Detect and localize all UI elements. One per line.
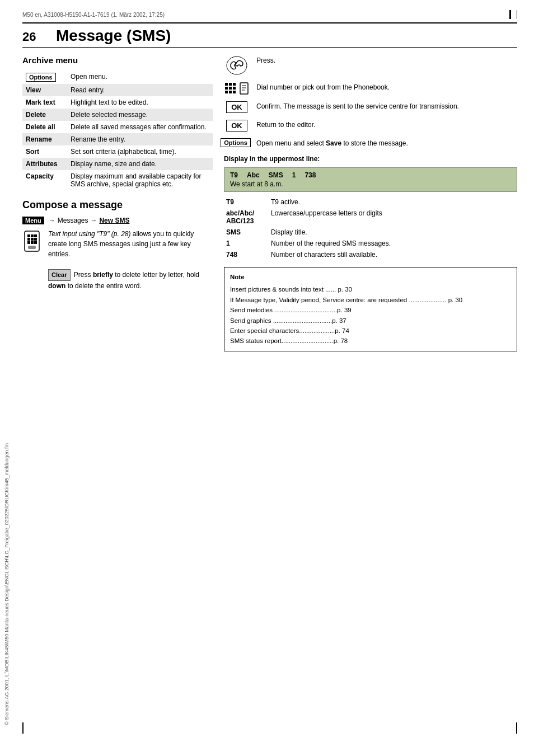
table-cell-label: Capacity (22, 170, 67, 190)
display-num: 1 (292, 171, 296, 179)
table-cell-value: Delete all saved messages after confirma… (67, 121, 213, 133)
meta-line: M50 en, A31008-H5150-A1-1-7619 (1. März … (22, 6, 517, 22)
table-row: T9 T9 active. (224, 196, 517, 208)
table-cell-value: Display title. (269, 227, 517, 238)
table-row: Delete Delete selected message. (22, 109, 213, 121)
t9-text: Text input using "T9" (p. 28) (48, 230, 131, 238)
phonebook-svg (239, 82, 249, 95)
note-line-1: Insert pictures & sounds into text .....… (230, 284, 511, 294)
display-box: T9 Abc SMS 1 738 We start at 8 a.m. (224, 167, 517, 192)
right-item-dial: Dial number or pick out from the Phonebo… (224, 82, 517, 95)
display-chars: 738 (305, 171, 316, 179)
phone-receiver-icon (224, 55, 250, 76)
svg-rect-13 (229, 83, 232, 86)
ok-badge-2: OK (226, 120, 247, 132)
table-cell-label: View (22, 84, 67, 96)
table-cell-value: Delete selected message. (67, 109, 213, 121)
table-cell-label: abc/Abc/ABC/123 (224, 208, 269, 227)
table-cell-value: Set sort criteria (alphabetical, time). (67, 145, 213, 158)
meta-right (509, 10, 518, 19)
note-heading: Note (230, 272, 511, 282)
right-column: Press. (224, 55, 517, 351)
page-title: Message (SMS) (56, 27, 171, 45)
table-cell-label: Mark text (22, 96, 67, 109)
ok-confirm-icon: OK (224, 101, 250, 113)
table-row: Rename Rename the entry. (22, 133, 213, 145)
svg-rect-9 (34, 241, 37, 244)
main-content: M50 en, A31008-H5150-A1-1-7619 (1. März … (22, 0, 517, 351)
archive-menu-heading: Archive menu (22, 55, 213, 65)
menu-badge: Menu (22, 217, 44, 224)
phone-grid-icon (22, 229, 43, 291)
svg-rect-8 (31, 241, 34, 244)
right-item-options-save: Options Open menu and select Save to sto… (224, 138, 517, 148)
table-row: SMS Display title. (224, 227, 517, 238)
table-cell-value: Number of the required SMS messages. (269, 238, 517, 249)
table-cell-label: 1 (224, 238, 269, 249)
left-column: Archive menu Options Open menu. View Rea… (22, 55, 213, 351)
press-text: Press. (256, 55, 517, 65)
meta-bar-thin (517, 10, 518, 19)
note-box: Note Insert pictures & sounds into text … (224, 267, 517, 351)
table-cell-label: 748 (224, 249, 269, 260)
footer-bars (22, 722, 517, 734)
options-save-icon: Options (224, 138, 250, 147)
svg-rect-19 (229, 91, 232, 93)
nav-path: Menu → Messages → New SMS (22, 217, 213, 224)
display-table: T9 T9 active. abc/Abc/ABC/123 Lowercase/… (224, 196, 517, 260)
table-row: Options Open menu. (22, 71, 213, 84)
compose-heading: Compose a message (22, 199, 213, 211)
table-cell-value: Read entry. (67, 84, 213, 96)
svg-rect-2 (31, 234, 34, 237)
display-t9: T9 (230, 171, 238, 179)
table-row: abc/Abc/ABC/123 Lowercase/uppercase lett… (224, 208, 517, 227)
phone-receiver-svg (226, 55, 248, 76)
svg-rect-20 (233, 91, 236, 93)
page-number: 26 (22, 30, 45, 44)
table-cell-value: Number of characters still available. (269, 249, 517, 260)
dial-pad-svg (224, 82, 237, 95)
svg-rect-1 (27, 234, 30, 237)
footer-bar-right (516, 722, 517, 734)
table-row: Attributes Display name, size and date. (22, 158, 213, 170)
table-row: View Read entry. (22, 84, 213, 96)
display-heading: Display in the uppermost line: (224, 155, 517, 163)
display-sms: SMS (269, 171, 283, 179)
table-cell-label: Options (22, 71, 67, 84)
phone-grid-svg (22, 230, 41, 252)
clear-badge: Clear (48, 269, 71, 281)
svg-rect-12 (225, 83, 228, 86)
note-line-4: Send graphics ..........................… (230, 316, 511, 326)
svg-rect-3 (34, 234, 37, 237)
compose-text: Text input using "T9" (p. 28) allows you… (48, 229, 213, 291)
dial-icon-container (224, 82, 250, 95)
table-cell-value: Lowercase/uppercase letters or digits (269, 208, 517, 227)
ok-return-icon: OK (224, 120, 250, 132)
display-abc: Abc (247, 171, 260, 179)
table-cell-label: Sort (22, 145, 67, 158)
display-row1: T9 Abc SMS 1 738 (230, 171, 511, 179)
nav-new-sms: New SMS (99, 217, 129, 224)
page-container: © Siemens AG 2001, L:\MOBILIK45\M50-Mant… (0, 0, 534, 756)
meta-file: M50 en, A31008-H5150-A1-1-7619 (1. März … (22, 12, 165, 18)
note-line-6: SMS status report.......................… (230, 336, 511, 346)
table-row: Mark text Highlight text to be edited. (22, 96, 213, 109)
right-item-press: Press. (224, 55, 517, 76)
archive-table: Options Open menu. View Read entry. Mark… (22, 71, 213, 190)
table-cell-value: Display name, size and date. (67, 158, 213, 170)
ok-return-text: Return to the editor. (256, 120, 517, 130)
table-row: 1 Number of the required SMS messages. (224, 238, 517, 249)
svg-rect-10 (28, 246, 36, 249)
footer-bar-left (22, 722, 24, 734)
table-cell-value: Rename the entry. (67, 133, 213, 145)
svg-rect-21 (240, 83, 248, 94)
options-save-badge: Options (221, 138, 251, 147)
table-cell-label: SMS (224, 227, 269, 238)
right-item-ok-return: OK Return to the editor. (224, 120, 517, 132)
table-cell-value: Highlight text to be edited. (67, 96, 213, 109)
svg-rect-6 (34, 238, 37, 241)
svg-rect-4 (27, 238, 30, 241)
right-item-ok-confirm: OK Confirm. The message is sent to the s… (224, 101, 517, 113)
options-save-text: Open menu and select Save to store the m… (256, 138, 517, 148)
dial-text: Dial number or pick out from the Phonebo… (256, 82, 517, 92)
